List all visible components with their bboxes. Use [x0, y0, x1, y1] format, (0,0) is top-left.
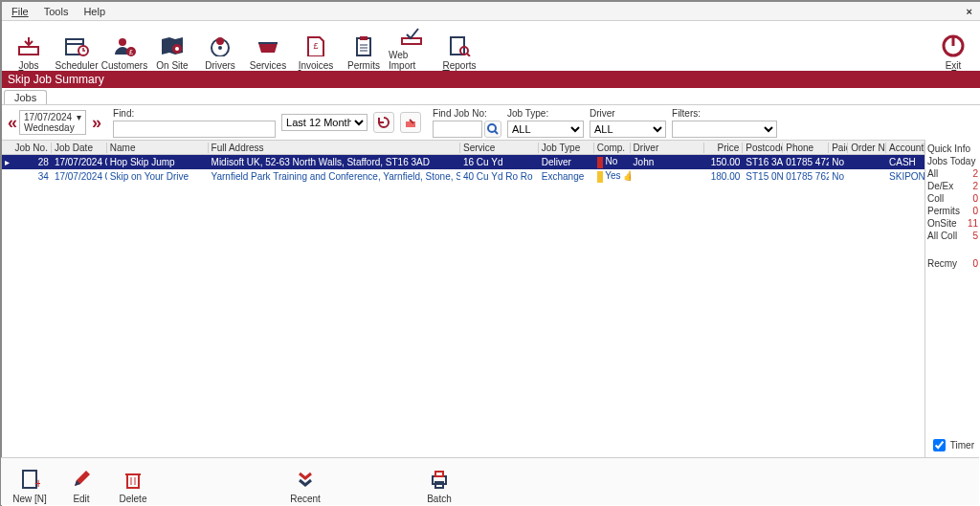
- date-day: Wednesday: [24, 122, 81, 133]
- col-comp[interactable]: Comp.: [594, 143, 631, 153]
- menu-help[interactable]: Help: [76, 4, 113, 19]
- svg-point-25: [488, 124, 496, 132]
- filters-label: Filters:: [672, 108, 777, 119]
- jobs-button[interactable]: Jobs: [6, 23, 52, 71]
- svg-point-11: [216, 37, 224, 45]
- trash-icon: [121, 467, 145, 492]
- col-jobno[interactable]: Job No.: [11, 143, 52, 153]
- svg-text:+: +: [34, 475, 40, 490]
- col-phone[interactable]: Phone: [783, 143, 829, 153]
- svg-point-8: [175, 47, 179, 51]
- drivers-label: Drivers: [205, 60, 235, 71]
- calendar-clock-icon: [64, 33, 89, 58]
- onsite-button[interactable]: On Site: [149, 23, 195, 71]
- recent-button[interactable]: Recent: [282, 460, 328, 504]
- svg-point-10: [218, 46, 222, 50]
- edit-button[interactable]: Edit: [58, 460, 104, 504]
- tab-jobs[interactable]: Jobs: [4, 90, 47, 104]
- col-paid[interactable]: Paid: [829, 143, 848, 153]
- reports-label: Reports: [442, 60, 476, 71]
- date-next-button[interactable]: »: [92, 113, 98, 133]
- svg-rect-29: [127, 474, 139, 488]
- power-icon: [941, 33, 966, 58]
- filters-select[interactable]: [672, 121, 777, 138]
- customers-label: Customers: [101, 60, 147, 71]
- timer-toggle[interactable]: Timer: [929, 436, 974, 454]
- document-plus-icon: +: [17, 467, 42, 492]
- chevron-down-icon: ▾: [77, 112, 81, 122]
- clear-button[interactable]: [400, 112, 421, 133]
- invoices-button[interactable]: £ Invoices: [293, 23, 339, 71]
- page-title: Skip Job Summary: [2, 71, 980, 88]
- tray-down-icon: [16, 33, 41, 58]
- map-pin-icon: [160, 33, 185, 58]
- col-jobdate[interactable]: Job Date: [52, 143, 107, 153]
- webimport-label: Web Import: [389, 50, 434, 71]
- date-picker[interactable]: 17/07/2024▾ Wednesday: [19, 110, 86, 135]
- col-jobtype[interactable]: Job Type: [539, 143, 594, 153]
- table-row[interactable]: ▸ 28 17/07/2024 07:00 Hop Skip Jump Midi…: [2, 155, 924, 169]
- scheduler-label: Scheduler: [55, 60, 98, 71]
- jobtype-select[interactable]: ALL: [507, 121, 584, 138]
- quickinfo-subtitle: Jobs Today: [927, 156, 978, 166]
- services-button[interactable]: Services: [245, 23, 291, 71]
- date-prev-button[interactable]: «: [8, 113, 13, 133]
- window-close-icon[interactable]: ×: [961, 6, 978, 17]
- table-row[interactable]: 34 17/07/2024 07:00 Skip on Your Drive Y…: [2, 169, 924, 184]
- svg-text:£: £: [313, 41, 318, 51]
- svg-line-26: [495, 131, 498, 134]
- pencil-icon: [69, 467, 94, 492]
- refresh-button[interactable]: [373, 112, 394, 133]
- timer-checkbox[interactable]: [933, 439, 946, 451]
- col-driver[interactable]: Driver: [631, 143, 705, 153]
- svg-text:£: £: [129, 49, 133, 55]
- customers-button[interactable]: £ Customers: [101, 23, 147, 71]
- scheduler-button[interactable]: Scheduler: [54, 23, 100, 71]
- col-postcode[interactable]: Postcode: [743, 143, 783, 153]
- svg-point-4: [119, 38, 126, 46]
- col-price[interactable]: Price: [704, 143, 743, 153]
- skip-container-icon: [256, 33, 280, 58]
- svg-rect-19: [451, 37, 464, 55]
- filter-bar: « 17/07/2024▾ Wednesday » Find: Last 12 …: [2, 105, 980, 140]
- col-orderno[interactable]: Order No.: [848, 143, 886, 153]
- download-check-icon: [399, 23, 424, 48]
- svg-line-21: [467, 54, 470, 56]
- col-name[interactable]: Name: [107, 143, 209, 153]
- jobtype-label: Job Type:: [507, 108, 584, 119]
- col-service[interactable]: Service: [460, 143, 539, 153]
- exit-label: Exit: [946, 60, 962, 71]
- menubar: File Tools Help ×: [2, 2, 980, 21]
- new-button[interactable]: + New [N]: [7, 460, 53, 504]
- batch-button[interactable]: Batch: [416, 460, 462, 504]
- status-flag-icon: [597, 157, 603, 168]
- find-input[interactable]: [113, 121, 276, 138]
- menu-tools[interactable]: Tools: [36, 4, 77, 19]
- jobs-grid: Job No. Job Date Name Full Address Servi…: [2, 140, 924, 459]
- invoices-label: Invoices: [299, 60, 334, 71]
- reports-button[interactable]: Reports: [436, 23, 482, 71]
- col-addr[interactable]: Full Address: [209, 143, 460, 153]
- menu-file[interactable]: File: [4, 4, 36, 19]
- driver-label: Driver: [590, 108, 666, 119]
- find-label: Find:: [113, 108, 276, 119]
- exit-button[interactable]: Exit: [930, 23, 976, 71]
- driver-select[interactable]: ALL: [590, 121, 666, 138]
- status-flag-icon: [597, 171, 603, 183]
- findjob-input[interactable]: [433, 121, 482, 138]
- bottom-toolbar: + New [N] Edit Delete Recent Batch: [1, 457, 979, 505]
- col-account[interactable]: Account: [886, 143, 924, 153]
- svg-rect-13: [357, 38, 370, 55]
- onsite-label: On Site: [156, 60, 188, 71]
- webimport-button[interactable]: Web Import: [389, 23, 434, 71]
- tabstrip: Jobs: [2, 88, 980, 105]
- permits-button[interactable]: Permits: [341, 23, 387, 71]
- drivers-button[interactable]: Drivers: [197, 23, 243, 71]
- double-chevron-down-icon: [293, 467, 318, 492]
- findjob-label: Find Job No:: [433, 108, 501, 119]
- delete-button[interactable]: Delete: [110, 460, 156, 504]
- invoice-pound-icon: £: [303, 33, 328, 58]
- printer-icon: [427, 467, 452, 492]
- findjob-search-button[interactable]: [484, 121, 501, 138]
- range-select[interactable]: Last 12 Months: [281, 114, 368, 131]
